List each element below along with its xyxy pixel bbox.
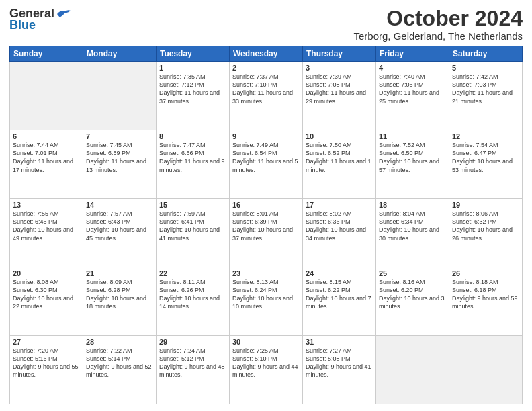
day-number: 10 [306,132,373,140]
calendar-week-row: 27Sunrise: 7:20 AMSunset: 5:16 PMDayligh… [10,336,523,404]
day-info: Sunrise: 7:57 AMSunset: 6:43 PMDaylight:… [86,210,153,242]
day-number: 14 [86,201,153,209]
day-info: Sunrise: 7:37 AMSunset: 7:10 PMDaylight:… [232,73,300,105]
day-info: Sunrise: 8:16 AMSunset: 6:20 PMDaylight:… [379,278,446,311]
day-number: 6 [13,132,80,140]
day-number: 5 [452,64,519,72]
day-number: 4 [379,64,446,72]
table-row: 19Sunrise: 8:06 AMSunset: 6:32 PMDayligh… [449,199,523,267]
page-subtitle: Terborg, Gelderland, The Netherlands [353,30,523,42]
day-number: 23 [232,269,300,277]
table-row: 3Sunrise: 7:39 AMSunset: 7:08 PMDaylight… [303,62,376,130]
logo-blue-text: Blue [9,18,36,32]
day-number: 11 [379,132,446,140]
col-saturday: Saturday [449,46,523,62]
day-number: 18 [379,201,446,209]
day-info: Sunrise: 8:11 AMSunset: 6:26 PMDaylight:… [159,278,226,311]
table-row: 10Sunrise: 7:50 AMSunset: 6:52 PMDayligh… [303,130,376,199]
day-info: Sunrise: 7:22 AMSunset: 5:14 PMDaylight:… [86,347,153,379]
day-info: Sunrise: 7:39 AMSunset: 7:08 PMDaylight:… [306,73,373,105]
day-info: Sunrise: 7:49 AMSunset: 6:54 PMDaylight:… [232,141,300,174]
table-row: 17Sunrise: 8:02 AMSunset: 6:36 PMDayligh… [303,199,376,267]
table-row: 31Sunrise: 7:27 AMSunset: 5:08 PMDayligh… [303,336,376,404]
day-info: Sunrise: 8:13 AMSunset: 6:24 PMDaylight:… [232,278,300,311]
col-tuesday: Tuesday [157,46,230,62]
day-number: 15 [159,201,226,209]
calendar-header-row: Sunday Monday Tuesday Wednesday Thursday… [10,46,523,62]
day-number: 2 [232,64,300,72]
day-info: Sunrise: 7:24 AMSunset: 5:12 PMDaylight:… [159,347,226,379]
table-row: 22Sunrise: 8:11 AMSunset: 6:26 PMDayligh… [157,267,230,336]
table-row: 2Sunrise: 7:37 AMSunset: 7:10 PMDaylight… [230,62,303,130]
day-info: Sunrise: 7:42 AMSunset: 7:03 PMDaylight:… [452,73,519,105]
day-number: 30 [232,338,300,346]
day-info: Sunrise: 8:08 AMSunset: 6:30 PMDaylight:… [13,278,80,311]
table-row: 20Sunrise: 8:08 AMSunset: 6:30 PMDayligh… [10,267,83,336]
day-info: Sunrise: 7:27 AMSunset: 5:08 PMDaylight:… [306,347,373,379]
table-row [83,62,157,130]
day-number: 21 [86,269,153,277]
table-row: 4Sunrise: 7:40 AMSunset: 7:05 PMDaylight… [376,62,449,130]
table-row [376,336,449,404]
table-row: 30Sunrise: 7:25 AMSunset: 5:10 PMDayligh… [230,336,303,404]
col-friday: Friday [376,46,449,62]
table-row [449,336,523,404]
table-row: 27Sunrise: 7:20 AMSunset: 5:16 PMDayligh… [10,336,83,404]
day-number: 31 [306,338,373,346]
calendar-week-row: 6Sunrise: 7:44 AMSunset: 7:01 PMDaylight… [10,130,523,199]
day-info: Sunrise: 7:47 AMSunset: 6:56 PMDaylight:… [159,141,226,174]
col-thursday: Thursday [303,46,376,62]
day-info: Sunrise: 7:45 AMSunset: 6:59 PMDaylight:… [86,141,153,174]
day-info: Sunrise: 8:06 AMSunset: 6:32 PMDaylight:… [452,210,519,242]
table-row: 6Sunrise: 7:44 AMSunset: 7:01 PMDaylight… [10,130,83,199]
page: General Blue October 2024 Terborg, Gelde… [0,0,532,411]
table-row: 15Sunrise: 7:59 AMSunset: 6:41 PMDayligh… [157,199,230,267]
day-info: Sunrise: 8:01 AMSunset: 6:39 PMDaylight:… [232,210,300,242]
table-row: 9Sunrise: 7:49 AMSunset: 6:54 PMDaylight… [230,130,303,199]
table-row: 1Sunrise: 7:35 AMSunset: 7:12 PMDaylight… [157,62,230,130]
day-number: 24 [306,269,373,277]
table-row: 23Sunrise: 8:13 AMSunset: 6:24 PMDayligh… [230,267,303,336]
day-info: Sunrise: 7:35 AMSunset: 7:12 PMDaylight:… [159,73,226,105]
col-wednesday: Wednesday [230,46,303,62]
day-number: 20 [13,269,80,277]
header: General Blue October 2024 Terborg, Gelde… [9,7,523,42]
day-number: 27 [13,338,80,346]
table-row: 18Sunrise: 8:04 AMSunset: 6:34 PMDayligh… [376,199,449,267]
table-row: 13Sunrise: 7:55 AMSunset: 6:45 PMDayligh… [10,199,83,267]
table-row: 16Sunrise: 8:01 AMSunset: 6:39 PMDayligh… [230,199,303,267]
day-number: 7 [86,132,153,140]
day-number: 19 [452,201,519,209]
table-row: 7Sunrise: 7:45 AMSunset: 6:59 PMDaylight… [83,130,157,199]
col-sunday: Sunday [10,46,83,62]
day-info: Sunrise: 8:15 AMSunset: 6:22 PMDaylight:… [306,278,373,311]
table-row: 24Sunrise: 8:15 AMSunset: 6:22 PMDayligh… [303,267,376,336]
day-number: 3 [306,64,373,72]
table-row: 14Sunrise: 7:57 AMSunset: 6:43 PMDayligh… [83,199,157,267]
day-number: 26 [452,269,519,277]
day-number: 1 [159,64,226,72]
page-title: October 2024 [353,7,523,30]
calendar-table: Sunday Monday Tuesday Wednesday Thursday… [9,46,523,404]
day-number: 13 [13,201,80,209]
day-info: Sunrise: 8:02 AMSunset: 6:36 PMDaylight:… [306,210,373,242]
day-info: Sunrise: 7:40 AMSunset: 7:05 PMDaylight:… [379,73,446,105]
calendar-week-row: 13Sunrise: 7:55 AMSunset: 6:45 PMDayligh… [10,199,523,267]
day-number: 9 [232,132,300,140]
day-number: 16 [232,201,300,209]
day-number: 8 [159,132,226,140]
day-info: Sunrise: 8:09 AMSunset: 6:28 PMDaylight:… [86,278,153,311]
calendar-week-row: 20Sunrise: 8:08 AMSunset: 6:30 PMDayligh… [10,267,523,336]
day-number: 17 [306,201,373,209]
table-row [10,62,83,130]
table-row: 8Sunrise: 7:47 AMSunset: 6:56 PMDaylight… [157,130,230,199]
day-info: Sunrise: 7:54 AMSunset: 6:47 PMDaylight:… [452,141,519,174]
col-monday: Monday [83,46,157,62]
title-block: October 2024 Terborg, Gelderland, The Ne… [353,7,523,42]
day-number: 29 [159,338,226,346]
day-info: Sunrise: 7:59 AMSunset: 6:41 PMDaylight:… [159,210,226,242]
day-info: Sunrise: 7:20 AMSunset: 5:16 PMDaylight:… [13,347,80,379]
day-number: 25 [379,269,446,277]
day-info: Sunrise: 7:44 AMSunset: 7:01 PMDaylight:… [13,141,80,174]
table-row: 25Sunrise: 8:16 AMSunset: 6:20 PMDayligh… [376,267,449,336]
